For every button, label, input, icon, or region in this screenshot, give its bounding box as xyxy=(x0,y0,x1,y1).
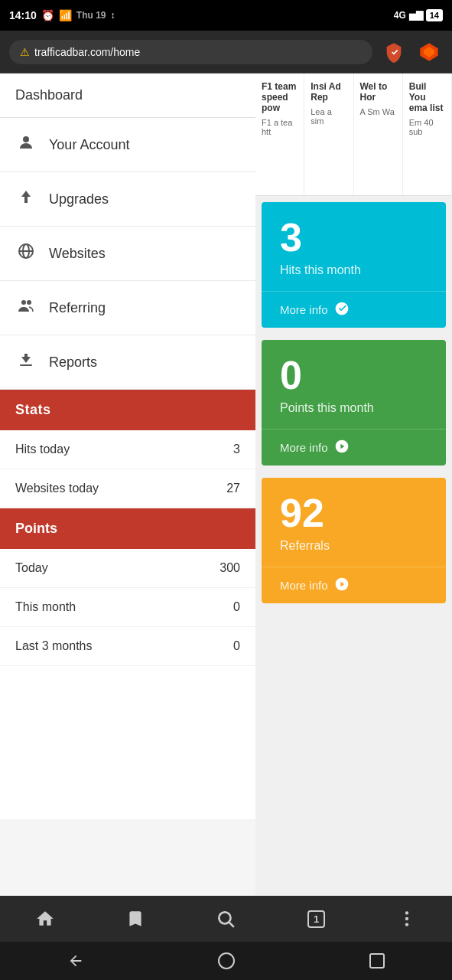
menu-nav-button[interactable] xyxy=(388,903,426,934)
home-circle-icon xyxy=(218,952,235,969)
reports-icon xyxy=(15,351,37,374)
hits-this-month-card: 3 Hits this month More info xyxy=(262,202,446,328)
points-section-header: Points xyxy=(0,508,255,549)
today-points-value: 300 xyxy=(219,561,240,575)
hits-more-info[interactable]: More info xyxy=(262,291,446,328)
ad-title-0: F1 team speed pow xyxy=(262,81,298,113)
url-text: trafficadbar.com/home xyxy=(34,46,140,58)
ad-sub-3: Em 40 sub xyxy=(409,118,445,136)
main-content: Dashboard Your Account Upgrades xyxy=(0,74,452,916)
time-display: 14:10 xyxy=(9,9,37,21)
tab-count: 1 xyxy=(307,910,325,928)
warning-icon: ⚠ xyxy=(20,46,30,58)
svg-rect-8 xyxy=(20,364,32,366)
back-button[interactable] xyxy=(60,946,91,976)
svg-point-6 xyxy=(21,300,26,305)
tabs-nav-button[interactable]: 1 xyxy=(298,903,336,934)
websites-icon xyxy=(15,242,37,265)
url-bar[interactable]: ⚠ trafficadbar.com/home xyxy=(9,40,372,64)
stats-header-label: Stats xyxy=(15,402,51,417)
this-month-points-row: This month 0 xyxy=(0,588,255,627)
hits-today-row: Hits today 3 xyxy=(0,430,255,469)
sidebar-empty-space xyxy=(0,666,255,819)
sidebar-item-reports[interactable]: Reports xyxy=(0,335,255,390)
svg-point-7 xyxy=(27,300,31,305)
last-3-months-label: Last 3 months xyxy=(15,639,93,653)
svg-point-2 xyxy=(23,136,29,142)
svg-point-11 xyxy=(219,912,231,923)
sidebar-item-your-account[interactable]: Your Account xyxy=(0,118,255,172)
sidebar-item-upgrades[interactable]: Upgrades xyxy=(0,172,255,227)
svg-point-13 xyxy=(405,911,408,914)
referrals-more-info[interactable]: More info xyxy=(262,567,446,603)
referring-label: Referring xyxy=(49,300,106,316)
upgrades-label: Upgrades xyxy=(49,191,109,207)
ad-item-1[interactable]: Insi Ad Rep Lea a sim xyxy=(304,74,353,195)
hits-today-label: Hits today xyxy=(15,443,70,456)
bottom-nav: 1 xyxy=(0,896,452,942)
dashboard-header: Dashboard xyxy=(0,74,255,118)
brave-logo-icon[interactable] xyxy=(415,38,443,66)
reports-label: Reports xyxy=(49,354,97,371)
referrals-label: Referrals xyxy=(280,539,428,553)
referrals-number: 92 xyxy=(280,493,428,533)
points-number: 0 xyxy=(280,355,428,395)
referring-icon xyxy=(15,296,37,319)
ad-item-0[interactable]: F1 team speed pow F1 a tea htt xyxy=(255,74,304,195)
ad-title-2: Wel to Hor xyxy=(360,81,396,103)
network-label: 4G xyxy=(394,10,406,21)
ad-item-2[interactable]: Wel to Hor A Sm Wa xyxy=(354,74,403,195)
ad-strip: F1 team speed pow F1 a tea htt Insi Ad R… xyxy=(255,74,452,196)
svg-line-12 xyxy=(229,923,234,927)
battery-level: 14 xyxy=(426,9,443,21)
bookmark-nav-button[interactable] xyxy=(116,903,154,934)
points-this-month-card: 0 Points this month More info xyxy=(262,340,446,466)
status-bar: 14:10 ⏰ 📶 Thu 19 ↕ 4G ▅▇ 14 xyxy=(0,0,452,31)
referrals-more-info-arrow xyxy=(334,577,350,594)
referrals-card: 92 Referrals More info xyxy=(262,478,446,603)
svg-point-14 xyxy=(405,917,408,920)
ad-title-1: Insi Ad Rep xyxy=(311,81,346,103)
websites-today-label: Websites today xyxy=(15,482,99,495)
hits-card-body: 3 Hits this month xyxy=(262,202,446,291)
this-month-label: This month xyxy=(15,600,76,614)
websites-label: Websites xyxy=(49,246,106,262)
points-card-body: 0 Points this month xyxy=(262,340,446,429)
home-button[interactable] xyxy=(211,946,242,976)
svg-point-15 xyxy=(405,923,408,926)
points-more-info-arrow xyxy=(334,439,350,456)
recents-square-icon xyxy=(369,953,385,969)
alarm-icon: ⏰ xyxy=(41,9,54,21)
points-more-info-label: More info xyxy=(280,441,328,454)
status-left: 14:10 ⏰ 📶 Thu 19 ↕ xyxy=(9,9,115,21)
ad-item-3[interactable]: Buil You ema list Em 40 sub xyxy=(403,74,452,195)
ad-sub-1: Lea a sim xyxy=(311,107,346,126)
search-nav-button[interactable] xyxy=(206,903,245,934)
hits-number: 3 xyxy=(280,217,428,257)
recents-button[interactable] xyxy=(362,946,392,976)
ad-sub-0: F1 a tea htt xyxy=(262,118,298,136)
right-panel-footer xyxy=(255,609,452,701)
today-points-row: Today 300 xyxy=(0,549,255,588)
sync-icon: ↕ xyxy=(110,10,115,21)
points-more-info[interactable]: More info xyxy=(262,429,446,466)
hits-more-info-arrow xyxy=(334,301,350,318)
sidebar-item-websites[interactable]: Websites xyxy=(0,227,255,281)
browser-bar: ⚠ trafficadbar.com/home xyxy=(0,31,452,74)
this-month-value: 0 xyxy=(233,600,240,614)
ad-title-3: Buil You ema list xyxy=(409,81,445,113)
right-panel: F1 team speed pow F1 a tea htt Insi Ad R… xyxy=(255,74,452,916)
referrals-card-body: 92 Referrals xyxy=(262,478,446,567)
referrals-more-info-label: More info xyxy=(280,579,328,592)
points-label: Points this month xyxy=(280,401,428,415)
sidebar-item-referring[interactable]: Referring xyxy=(0,281,255,335)
points-header-label: Points xyxy=(15,521,57,536)
home-nav-button[interactable] xyxy=(26,903,64,934)
websites-today-value: 27 xyxy=(226,482,240,495)
brave-icon[interactable] xyxy=(380,38,408,66)
last-3-months-row: Last 3 months 0 xyxy=(0,627,255,666)
wifi-icon: 📶 xyxy=(59,9,72,21)
last-3-months-value: 0 xyxy=(233,639,240,653)
hits-more-info-label: More info xyxy=(280,303,328,316)
ad-sub-2: A Sm Wa xyxy=(360,107,396,116)
